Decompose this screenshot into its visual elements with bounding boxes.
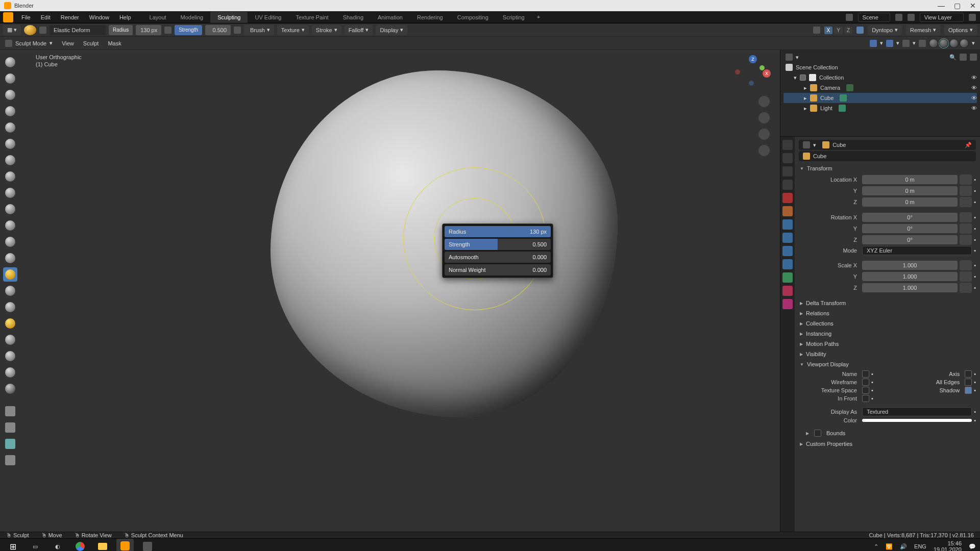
tab-modeling[interactable]: Modeling [174,12,211,23]
breadcrumb[interactable]: ▾ Cube 📌 [799,140,976,150]
menu-window[interactable]: Window [84,12,114,22]
menu-edit[interactable]: Edit [36,12,56,22]
bounds-checkbox[interactable] [814,430,821,437]
tool-nudge[interactable] [3,333,17,347]
new-collection-icon[interactable] [970,54,977,61]
pin-icon[interactable] [803,141,810,148]
lock-icon[interactable] [960,174,972,185]
mode-dropdown[interactable]: Sculpt Mode [15,40,46,46]
display-as-dropdown[interactable]: Textured [862,407,972,416]
tab-compositing[interactable]: Compositing [450,12,496,23]
symmetry-icon[interactable] [813,27,820,34]
name-checkbox[interactable] [862,370,869,378]
taskbar-blender[interactable] [116,539,134,551]
lock-icon[interactable] [960,197,972,207]
editor-type-dropdown[interactable]: ▦ ▾ [3,25,21,35]
tab-material[interactable] [782,286,793,296]
rotation-y[interactable]: 0° [862,224,958,233]
shading-toggle-icon[interactable] [919,40,926,47]
popup-strength[interactable]: Strength0.500 [445,239,551,250]
sym-x[interactable]: X [824,27,833,34]
tool-crease[interactable] [3,153,17,167]
dyntopo-dropdown[interactable]: Dyntopo ▾ [868,25,902,35]
collections-header[interactable]: ▶Collections [799,318,976,329]
brush-picker-icon[interactable] [39,27,46,34]
overlays-toggle-icon[interactable] [870,40,877,47]
scene-icon[interactable] [846,14,853,21]
display-dropdown[interactable]: Display ▾ [376,25,407,35]
radius-pressure-icon[interactable] [164,27,172,34]
tool-box-mask[interactable] [3,404,17,418]
viewport-display-header[interactable]: ▼Viewport Display [799,359,976,369]
lock-icon[interactable] [960,260,972,270]
tool-inflate[interactable] [3,120,17,135]
infront-checkbox[interactable] [862,395,869,402]
tab-rendering[interactable]: Rendering [410,12,450,23]
axis-x[interactable]: X [763,69,771,78]
axis-neg-x[interactable] [735,69,740,74]
taskbar-app-2[interactable] [139,539,156,551]
tool-fill[interactable] [3,202,17,216]
tab-constraints[interactable] [782,259,793,269]
tab-texture[interactable] [782,299,793,309]
pan-icon[interactable] [758,112,770,123]
tab-object[interactable] [782,206,793,216]
location-y[interactable]: 0 m [862,186,958,195]
rotation-x[interactable]: 0° [862,213,958,222]
wireframe-checkbox[interactable] [862,379,869,386]
task-view-button[interactable]: ▭ [27,539,44,551]
color-swatch[interactable] [862,419,972,422]
rotation-z[interactable]: 0° [862,235,958,244]
custom-properties-header[interactable]: ▶Custom Properties [799,439,976,449]
transform-header[interactable]: ▼Transform [799,163,976,173]
options-dropdown[interactable]: Options ▾ [944,25,977,35]
menu-file[interactable]: File [16,12,36,22]
mode-icon[interactable] [5,40,12,47]
tool-layer[interactable] [3,104,17,118]
strength-value[interactable]: 0.500 [205,25,231,35]
menu-help[interactable]: Help [114,12,136,22]
scene-selector[interactable]: Scene [858,13,890,22]
camera-row[interactable]: ▸Camera👁 [783,83,977,93]
3d-viewport[interactable]: User Orthographic (1) Cube Radius130 px … [0,50,780,532]
tab-texture-paint[interactable]: Texture Paint [288,12,335,23]
tool-grab[interactable] [3,251,17,265]
scale-y[interactable]: 1.000 [862,272,958,281]
visibility-toggle-icon[interactable]: 👁 [971,85,977,91]
rotation-mode-dropdown[interactable]: XYZ Euler [862,246,972,255]
taskbar-explorer[interactable] [94,539,111,551]
lock-icon[interactable] [960,223,972,234]
tool-mask[interactable] [3,382,17,396]
outliner-type-icon[interactable] [786,54,793,61]
search-icon[interactable]: 🔍 [949,54,957,61]
tab-viewlayer[interactable] [782,166,793,177]
lock-icon[interactable] [960,235,972,245]
tray-chevron-icon[interactable]: ⌃ [874,543,878,550]
tool-smooth[interactable] [3,169,17,184]
tool-rotate[interactable] [3,349,17,363]
relations-header[interactable]: ▶Relations [799,308,976,318]
tray-volume-icon[interactable]: 🔊 [900,543,907,550]
sym-y[interactable]: Y [834,27,843,34]
tray-network-icon[interactable]: 🛜 [886,543,893,550]
object-name-field[interactable]: Cube [799,151,976,161]
tab-uv-editing[interactable]: UV Editing [248,12,288,23]
taskbar-app-1[interactable]: ◐ [49,539,66,551]
gizmo-toggle-icon[interactable] [886,40,893,47]
light-row[interactable]: ▸Light👁 [783,103,977,113]
tool-clay[interactable] [3,71,17,86]
texture-dropdown[interactable]: Texture ▾ [277,25,309,35]
instancing-header[interactable]: ▶Instancing [799,329,976,339]
scale-x[interactable]: 1.000 [862,261,958,270]
location-z[interactable]: 0 m [862,197,958,207]
tool-scrape[interactable] [3,218,17,233]
tool-annotate[interactable] [3,453,17,467]
minimize-button[interactable]: — [938,2,945,10]
tab-output[interactable] [782,153,793,163]
tab-sculpting[interactable]: Sculpting [210,12,248,23]
tool-clay-strips[interactable] [3,88,17,102]
alledges-checkbox[interactable] [965,379,972,386]
axis-checkbox[interactable] [965,370,972,378]
strength-pressure-icon[interactable] [234,27,241,34]
tab-physics[interactable] [782,246,793,256]
